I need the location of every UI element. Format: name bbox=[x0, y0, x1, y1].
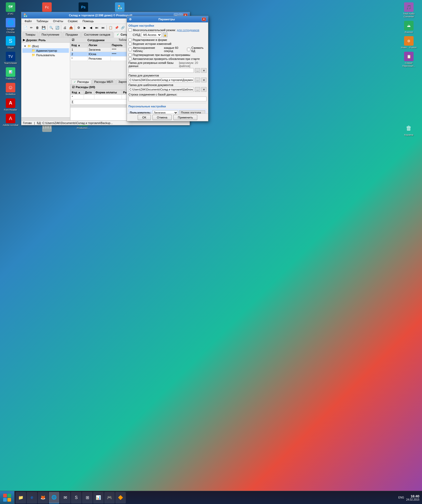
conn-string-input[interactable] bbox=[128, 97, 207, 101]
desktop-icon-smilebox[interactable]: ☺ SmileBox bbox=[1, 82, 20, 97]
taskbar-app-unknown3[interactable]: 🎮 bbox=[104, 492, 115, 503]
user-select[interactable]: Загагина bbox=[152, 110, 178, 113]
tree-item-user[interactable]: 📁 Пользователь bbox=[22, 53, 69, 57]
taskbar-app-chrome[interactable]: 🌐 bbox=[49, 492, 59, 503]
menu-help[interactable]: Помощь bbox=[80, 19, 96, 23]
toolbar-btn-print[interactable]: 🖨 bbox=[62, 25, 68, 31]
mail-icon: ✉ bbox=[62, 495, 68, 501]
cell-new-payment bbox=[94, 95, 122, 99]
edit-form-checkbox[interactable] bbox=[128, 38, 132, 41]
taskbar-app-unknown1[interactable]: ⊞ bbox=[82, 492, 93, 503]
templates-path-input[interactable] bbox=[128, 87, 194, 92]
menu-service[interactable]: Сервис bbox=[66, 19, 80, 23]
toolbar-btn-b1[interactable]: ▶ bbox=[82, 25, 88, 31]
check-updates-checkbox[interactable] bbox=[128, 57, 132, 60]
toolbar-btn-img2[interactable]: 📌 bbox=[114, 25, 119, 31]
menu-file[interactable]: Файл bbox=[22, 19, 34, 23]
rights-button[interactable]: Права доступа... bbox=[179, 110, 205, 113]
taskbar-app-mail[interactable]: ✉ bbox=[60, 492, 70, 503]
docs-clear-button[interactable]: ✕ bbox=[201, 78, 207, 82]
col-login[interactable]: Логин bbox=[87, 43, 111, 47]
bottom-tab-rashody-mbp[interactable]: Расходы МБП bbox=[92, 79, 116, 84]
tree-folder-icon: 📁 bbox=[27, 44, 31, 48]
toolbar-btn-delete[interactable]: 🗑 bbox=[35, 25, 40, 31]
left-panel: ▶ Дерево: Роль ▼ 📁 (Все) 📁 Администратор bbox=[21, 37, 70, 121]
confirm-exit-label: Подтверждение при выходе из программы bbox=[133, 53, 190, 56]
firefox-icon: 🦊 bbox=[40, 495, 46, 501]
confirm-exit-checkbox[interactable] bbox=[128, 53, 132, 56]
toolbar-btn-img1[interactable]: 📋 bbox=[108, 25, 113, 31]
templates-clear-button[interactable]: ✕ bbox=[201, 87, 207, 92]
dialog-close-button[interactable]: ✕ bbox=[202, 17, 206, 21]
db-select[interactable]: MS Access bbox=[141, 32, 162, 37]
checkbox-expand-icon: ☑ bbox=[72, 38, 74, 42]
toolbar-btn-b3[interactable]: ⏭ bbox=[94, 25, 100, 31]
col-exp-payment[interactable]: Форма оплаты bbox=[94, 90, 122, 95]
bottom-tab-rashody[interactable]: ✓ Расходы bbox=[71, 79, 91, 84]
toolbar-btn-edit[interactable]: ✏ bbox=[28, 25, 34, 31]
cancel-button[interactable]: Отмена bbox=[152, 115, 172, 120]
desktop-icon-chrome[interactable]: 🌐 Google Chrome bbox=[1, 17, 20, 35]
left-panel-scrollbar-h[interactable] bbox=[21, 117, 70, 121]
tab-tovary[interactable]: Товары bbox=[22, 32, 38, 37]
taskbar-app-unknown4[interactable]: 🔶 bbox=[115, 492, 126, 503]
toolbar-btn-refresh[interactable]: 🔄 bbox=[54, 25, 60, 31]
templates-browse-button[interactable]: ... bbox=[195, 87, 200, 92]
toolbar-btn-settings[interactable]: ⚙ bbox=[76, 25, 81, 31]
col-code[interactable]: Код ▲ bbox=[70, 43, 88, 47]
taskbar-app-firefox[interactable]: 🦊 bbox=[38, 492, 48, 503]
toolbar-btn-b2[interactable]: ◀ bbox=[88, 25, 94, 31]
backup-browse-button[interactable]: ... bbox=[195, 68, 200, 73]
taskbar-app-unknown2[interactable]: 📊 bbox=[93, 492, 104, 503]
desktop-icon-2gis[interactable]: 🗺 2ГИС bbox=[1, 1, 20, 16]
db-lock-icon: 🔒 bbox=[163, 32, 167, 37]
backup-path-input[interactable] bbox=[128, 68, 194, 73]
desktop-icon-adobe-acrobat[interactable]: A Adobe Acrobat bbox=[1, 113, 20, 128]
desktop-icon-skype[interactable]: S Skype bbox=[1, 35, 20, 50]
toolbar-btn-b4[interactable]: ⏮ bbox=[100, 25, 106, 31]
toolbar-btn-img3[interactable]: 🔗 bbox=[120, 25, 126, 31]
col-exp-date[interactable]: Дата bbox=[84, 90, 94, 95]
ok-button[interactable]: ОК bbox=[138, 115, 151, 120]
tree-item-user-label: Пользователь bbox=[36, 54, 55, 57]
docs-browse-button[interactable]: ... bbox=[195, 78, 200, 82]
user-label: Пользователь: bbox=[130, 111, 151, 113]
taskbar-app-skype[interactable]: S bbox=[71, 492, 81, 503]
desktop-icon-inventor[interactable]: ⚙ Inven... Fusion bbox=[400, 35, 418, 50]
desktop-icon-recycle[interactable]: 🗑 Корзина bbox=[400, 122, 418, 137]
taskbar-app-ie[interactable]: e bbox=[27, 492, 37, 503]
tree-item-admin[interactable]: 📁 Администратор bbox=[22, 48, 69, 53]
dialog-footer: ОК Отмена Применить bbox=[127, 113, 208, 121]
desktop-icon-tradeisu[interactable]: 📊 ТradеISU bbox=[1, 66, 20, 81]
cell-login-3: Репалова bbox=[87, 56, 111, 61]
toolbar-btn-export[interactable]: 📤 bbox=[68, 25, 74, 31]
desktop-icon-total-audio[interactable]: 🎵 Total Audio Converter bbox=[400, 1, 418, 19]
start-button[interactable] bbox=[0, 491, 15, 504]
multi-user-link[interactable]: для сотрудников bbox=[177, 28, 199, 32]
tab-postuplenie[interactable]: Поступление bbox=[39, 32, 62, 37]
personal-settings-title: Персональные настройки bbox=[128, 105, 207, 108]
menu-tables[interactable]: Таблицы bbox=[34, 19, 50, 23]
tree-expand-icon: ▶ bbox=[23, 38, 25, 42]
toolbar-btn-save[interactable]: 💾 bbox=[41, 25, 46, 31]
tree-item-root[interactable]: ▼ 📁 (Все) bbox=[22, 44, 69, 48]
tab-sostoyanie[interactable]: Состояние складов bbox=[81, 32, 113, 37]
compress-db-checkbox[interactable] bbox=[187, 48, 190, 51]
taskbar-app-file-explorer[interactable]: 📁 bbox=[16, 492, 26, 503]
history-checkbox[interactable] bbox=[128, 42, 132, 45]
docs-path-input[interactable] bbox=[128, 78, 194, 82]
desktop-icon-sokrat[interactable]: 📋 Сократ Персонал... bbox=[400, 51, 418, 69]
apply-button[interactable]: Применить bbox=[173, 115, 197, 120]
backup-max-label: [максимум: 20 файлов] bbox=[179, 61, 207, 68]
menu-reports[interactable]: Отчёты bbox=[51, 19, 65, 23]
toolbar-btn-filter[interactable]: 🔍 bbox=[48, 25, 54, 31]
desktop-icon-teamviewer[interactable]: TV TeamViewer bbox=[1, 51, 20, 66]
multi-user-checkbox[interactable] bbox=[128, 28, 132, 32]
toolbar-btn-new[interactable]: 📄 bbox=[22, 25, 28, 31]
desktop-icon-font-reader[interactable]: A Font Reader bbox=[1, 97, 20, 112]
tab-prodazhi[interactable]: Продажи bbox=[63, 32, 81, 37]
backup-clear-button[interactable]: ✕ bbox=[201, 68, 207, 73]
desktop-icon-everest[interactable]: ⛰ Everest bbox=[400, 20, 418, 35]
col-exp-code[interactable]: Код ▲ bbox=[71, 90, 84, 95]
autosave-checkbox[interactable] bbox=[128, 48, 132, 51]
